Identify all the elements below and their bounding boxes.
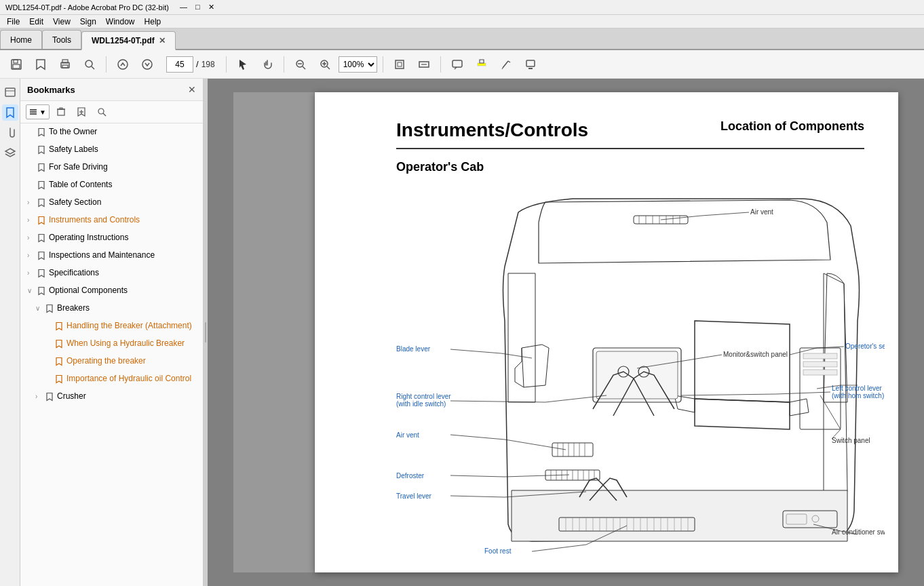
- bookmark-optional-components[interactable]: ∨ Optional Components: [20, 282, 203, 300]
- pdf-area[interactable]: Instruments/Controls Location of Compone…: [208, 79, 924, 586]
- menu-file[interactable]: File: [3, 16, 24, 27]
- bookmark-table-of-contents[interactable]: Table of Contents: [20, 176, 203, 194]
- bookmark-safety-section[interactable]: › Safety Section: [20, 194, 203, 212]
- tab-tools[interactable]: Tools: [42, 30, 81, 49]
- select-tool-button[interactable]: [232, 54, 254, 75]
- bookmark-label: Optional Components: [49, 285, 199, 296]
- svg-rect-26: [526, 60, 535, 66]
- separator-4: [383, 56, 383, 73]
- bookmark-inspections-maintenance[interactable]: › Inspections and Maintenance: [20, 247, 203, 265]
- svg-line-25: [502, 68, 503, 69]
- cab-diagram: Air vent Operetor's seat Monitor&switch …: [396, 185, 864, 581]
- title-bar: WDL1254-0T.pdf - Adobe Acrobat Pro DC (3…: [0, 0, 924, 15]
- highlight-button[interactable]: [471, 54, 493, 75]
- zoom-in-button[interactable]: [314, 54, 336, 75]
- window-controls[interactable]: — □ ✕: [177, 3, 217, 12]
- tab-bar: Home Tools WDL1254-0T.pdf ✕: [0, 28, 924, 50]
- bookmark-icon: [37, 180, 46, 190]
- bookmark-importance-hydraulic[interactable]: Importance of Hydraulic oil Control: [20, 370, 203, 388]
- page-section-title: Location of Components: [720, 119, 864, 134]
- zoom-select[interactable]: 50% 75% 100% 125% 150% 200%: [339, 56, 377, 73]
- menu-view[interactable]: View: [49, 16, 75, 27]
- bookmark-safety-labels[interactable]: Safety Labels: [20, 141, 203, 159]
- svg-text:(with hom switch): (with hom switch): [832, 392, 884, 399]
- svg-rect-35: [60, 108, 62, 109]
- sidebar-icon-attachments[interactable]: [2, 125, 18, 141]
- separator-1: [106, 56, 107, 73]
- bookmark-icon: [54, 357, 64, 366]
- menu-sign[interactable]: Sign: [76, 16, 100, 27]
- bookmarks-header: Bookmarks ✕: [20, 79, 203, 101]
- svg-point-8: [118, 60, 128, 69]
- svg-rect-46: [803, 362, 837, 367]
- bookmark-when-using-hydraulic[interactable]: When Using a Hydraulic Breaker: [20, 335, 203, 353]
- page-down-button[interactable]: [136, 54, 158, 75]
- bookmark-label: Importance of Hydraulic oil Control: [66, 373, 199, 385]
- bookmark-operating-instructions[interactable]: › Operating Instructions: [20, 229, 203, 247]
- close-button[interactable]: ✕: [206, 3, 217, 12]
- bookmark-label: Inspections and Maintenance: [49, 250, 199, 261]
- stamp-button[interactable]: [520, 54, 541, 75]
- menu-help[interactable]: Help: [140, 16, 166, 27]
- menu-edit[interactable]: Edit: [25, 16, 47, 27]
- markup-button[interactable]: [495, 54, 517, 75]
- search-button[interactable]: [79, 54, 100, 75]
- tab-home[interactable]: Home: [0, 30, 42, 49]
- bookmark-icon: [37, 216, 46, 225]
- bookmark-safe-driving[interactable]: For Safe Driving: [20, 159, 203, 176]
- bookmark-specifications[interactable]: › Specifications: [20, 265, 203, 282]
- svg-line-128: [450, 496, 505, 497]
- delete-bookmark-button[interactable]: [52, 104, 70, 120]
- bookmark-label: When Using a Hydraulic Breaker: [66, 338, 199, 349]
- svg-line-116: [776, 392, 830, 394]
- bookmark-label: Breakers: [57, 302, 199, 314]
- pdf-page: Instruments/Controls Location of Compone…: [315, 92, 898, 572]
- fit-width-button[interactable]: [413, 54, 435, 75]
- fit-page-button[interactable]: [389, 54, 410, 75]
- svg-text:Travel lever: Travel lever: [396, 492, 432, 500]
- expand-icon: ›: [35, 392, 43, 402]
- hand-tool-button[interactable]: [256, 54, 278, 75]
- tab-close-button[interactable]: ✕: [159, 36, 166, 45]
- bookmark-add-button[interactable]: [30, 54, 52, 75]
- expand-icon: [45, 357, 53, 366]
- svg-text:(with idle switch): (with idle switch): [396, 400, 446, 408]
- expand-icon: [45, 339, 53, 349]
- new-bookmark-button[interactable]: [73, 104, 90, 120]
- sidebar-icon-navigate[interactable]: [2, 84, 18, 100]
- page-separator: /: [196, 59, 199, 69]
- expand-icon: [45, 321, 53, 331]
- sidebar-icon-layers[interactable]: [2, 145, 18, 161]
- page-number-input[interactable]: 45: [166, 56, 193, 73]
- sidebar-icon-bookmarks[interactable]: [2, 104, 18, 121]
- bookmark-crusher[interactable]: › Crusher: [20, 388, 203, 406]
- svg-rect-21: [453, 60, 462, 67]
- page-up-button[interactable]: [112, 54, 134, 75]
- menu-window[interactable]: Window: [102, 16, 139, 27]
- find-button[interactable]: [93, 104, 111, 120]
- svg-line-120: [450, 475, 505, 477]
- main-layout: Bookmarks ✕ ▼: [0, 79, 924, 586]
- bookmark-instruments-controls[interactable]: › Instruments and Controls: [20, 212, 203, 229]
- minimize-button[interactable]: —: [177, 3, 190, 12]
- tab-pdf[interactable]: WDL1254-0T.pdf ✕: [81, 31, 176, 50]
- svg-rect-17: [396, 60, 404, 69]
- svg-point-9: [142, 60, 152, 69]
- bookmark-operating-breaker[interactable]: Operating the breaker: [20, 353, 203, 370]
- bookmarks-options-dropdown[interactable]: ▼: [26, 104, 50, 119]
- svg-line-109: [450, 401, 545, 402]
- bookmark-breakers[interactable]: ∨ Breakers: [20, 300, 203, 317]
- zoom-out-button[interactable]: [290, 54, 311, 75]
- comment-button[interactable]: [446, 54, 468, 75]
- bookmarks-close-button[interactable]: ✕: [188, 84, 196, 95]
- maximize-button[interactable]: □: [193, 3, 203, 12]
- bookmark-to-owner[interactable]: To the Owner: [20, 123, 203, 141]
- expand-icon: ›: [27, 269, 35, 278]
- tab-pdf-label: WDL1254-0T.pdf: [92, 36, 155, 45]
- bookmark-handling-breaker[interactable]: Handling the Breaker (Attachment): [20, 317, 203, 335]
- print-button[interactable]: [54, 54, 76, 75]
- page-total: 198: [201, 60, 215, 69]
- bookmark-icon: [54, 321, 64, 331]
- save-button[interactable]: [5, 54, 27, 75]
- svg-line-106: [450, 349, 501, 353]
